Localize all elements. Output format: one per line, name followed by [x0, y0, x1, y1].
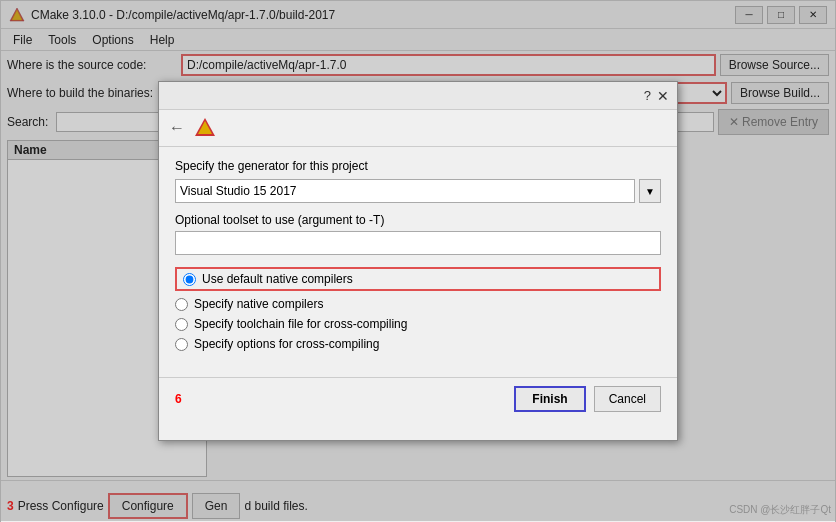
dialog-body: Specify the generator for this project ▼… — [159, 147, 677, 377]
dialog-help-button[interactable]: ? — [644, 88, 651, 104]
radio-toolchain-input[interactable] — [175, 318, 188, 331]
dialog-cmake-icon — [193, 116, 217, 140]
dialog-back-button[interactable]: ← — [169, 119, 185, 137]
radio-cross-options-input[interactable] — [175, 338, 188, 351]
radio-native-compilers[interactable]: Specify native compilers — [175, 297, 661, 311]
radio-cross-options-label: Specify options for cross-compiling — [194, 337, 379, 351]
modal-overlay: ? ✕ ← Specify the generator for this pro… — [1, 1, 835, 521]
radio-default-compilers-input[interactable] — [183, 273, 196, 286]
finish-button[interactable]: Finish — [514, 386, 585, 412]
radio-toolchain-label: Specify toolchain file for cross-compili… — [194, 317, 407, 331]
dialog-titlebar: ? ✕ — [159, 82, 677, 110]
dialog-title-controls: ? ✕ — [644, 88, 669, 104]
radio-cross-compile-options[interactable]: Specify options for cross-compiling — [175, 337, 661, 351]
dialog-footer: 6 Finish Cancel — [159, 377, 677, 420]
generator-dropdown-arrow[interactable]: ▼ — [639, 179, 661, 203]
generator-dialog: ? ✕ ← Specify the generator for this pro… — [158, 81, 678, 441]
radio-default-compilers[interactable]: Use default native compilers — [175, 267, 661, 291]
generator-dropdown-row: ▼ — [175, 179, 661, 203]
radio-native-compilers-label: Specify native compilers — [194, 297, 323, 311]
radio-toolchain-file[interactable]: Specify toolchain file for cross-compili… — [175, 317, 661, 331]
toolset-input[interactable] — [175, 231, 661, 255]
anno6: 6 — [175, 392, 182, 406]
main-window: CMake 3.10.0 - D:/compile/activeMq/apr-1… — [0, 0, 836, 522]
radio-native-compilers-input[interactable] — [175, 298, 188, 311]
cancel-button[interactable]: Cancel — [594, 386, 661, 412]
dialog-nav: ← — [159, 110, 677, 147]
toolset-label: Optional toolset to use (argument to -T) — [175, 213, 661, 227]
dialog-close-button[interactable]: ✕ — [657, 88, 669, 104]
radio-default-compilers-label: Use default native compilers — [202, 272, 353, 286]
generator-section-label: Specify the generator for this project — [175, 159, 661, 173]
compiler-radio-group: Use default native compilers Specify nat… — [175, 267, 661, 351]
generator-input[interactable] — [175, 179, 635, 203]
